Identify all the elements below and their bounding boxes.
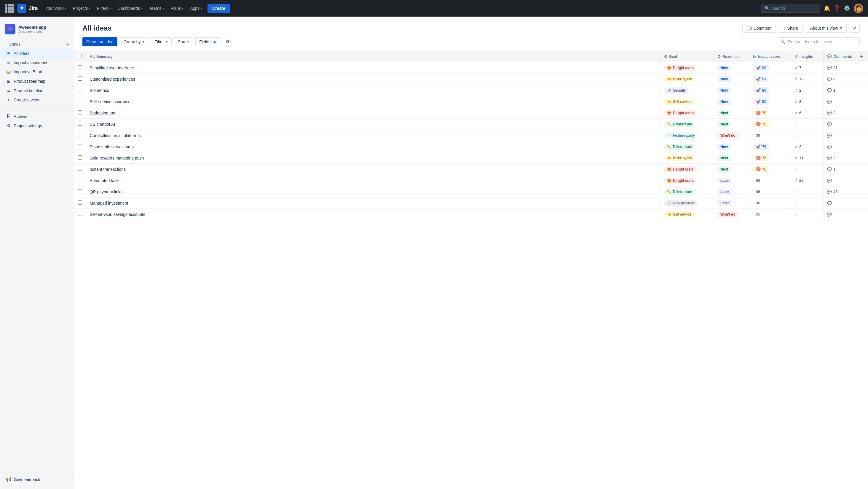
impact-score[interactable]: 🚀98 bbox=[753, 65, 769, 71]
goal-badge[interactable]: 🤝Build loyalty bbox=[664, 155, 695, 161]
summary-text[interactable]: Self service: savings accounts bbox=[90, 212, 146, 217]
impact-score[interactable]: 🚀97 bbox=[753, 76, 769, 82]
row-checkbox[interactable] bbox=[78, 155, 82, 159]
summary-text[interactable]: Instant transactions bbox=[90, 167, 126, 172]
nav-teams[interactable]: Teams ▾ bbox=[146, 4, 167, 12]
goal-badge[interactable]: 🛡️Security bbox=[664, 88, 689, 93]
roadmap-badge[interactable]: Now bbox=[717, 144, 731, 150]
filter-button[interactable]: Filter + bbox=[151, 37, 172, 46]
sidebar-item-project-settings[interactable]: ⚙ Project settings bbox=[1, 121, 73, 130]
sidebar-item-product-timeline[interactable]: ≡ Product timeline bbox=[1, 86, 73, 95]
impact-score[interactable]: 36 bbox=[753, 200, 763, 206]
comments-column-header[interactable]: 💬 Comments bbox=[824, 51, 856, 62]
roadmap-column-header[interactable]: ⊙ Roadmap bbox=[714, 51, 749, 62]
roadmap-badge[interactable]: Now bbox=[717, 76, 731, 82]
goal-badge[interactable]: 😍Delight users bbox=[664, 178, 696, 184]
impact-score[interactable]: 36 bbox=[753, 132, 763, 139]
impact-score[interactable]: 🎯78 bbox=[753, 110, 769, 116]
goal-badge[interactable]: 🤜Self service bbox=[664, 211, 694, 217]
row-checkbox[interactable] bbox=[78, 212, 82, 216]
impact-column-header[interactable]: fx Impact score bbox=[749, 51, 791, 62]
row-checkbox[interactable] bbox=[78, 122, 82, 126]
create-idea-button[interactable]: Create an idea bbox=[83, 37, 117, 46]
summary-text[interactable]: QR payment links bbox=[90, 189, 122, 194]
fields-button[interactable]: Fields 6 bbox=[195, 37, 221, 46]
sidebar-item-product-roadmap[interactable]: ⊞ Product roadmap bbox=[1, 77, 73, 86]
user-avatar[interactable]: 👩 bbox=[854, 4, 863, 13]
sidebar-item-create-view[interactable]: + Create a view bbox=[1, 95, 73, 104]
impact-score[interactable]: 46 bbox=[753, 189, 763, 195]
nav-dashboards[interactable]: Dashboards ▾ bbox=[115, 4, 146, 12]
row-checkbox[interactable] bbox=[78, 167, 82, 171]
expand-button[interactable]: ⤢ bbox=[849, 24, 860, 33]
help-icon[interactable]: ❓ bbox=[834, 5, 840, 11]
row-checkbox[interactable] bbox=[78, 178, 82, 182]
impact-score[interactable]: 56 bbox=[753, 177, 763, 184]
goal-badge[interactable]: 🏳️Feature parity bbox=[664, 132, 698, 139]
roadmap-badge[interactable]: Next bbox=[717, 155, 731, 161]
notifications-icon[interactable]: 🔔 bbox=[824, 5, 830, 11]
impact-score[interactable]: 🚀80 bbox=[753, 98, 769, 105]
settings-icon[interactable]: ⚙️ bbox=[844, 5, 850, 11]
goal-badge[interactable]: 😍Delight users bbox=[664, 110, 696, 116]
nav-your-work[interactable]: Your work ▾ bbox=[42, 4, 69, 12]
goal-column-header[interactable]: ⊙ Goal bbox=[660, 51, 714, 62]
summary-text[interactable]: Simplified user interface bbox=[90, 65, 134, 70]
summary-text[interactable]: Managed investment bbox=[90, 201, 128, 206]
refresh-button[interactable]: ⟳ bbox=[224, 37, 232, 47]
roadmap-badge[interactable]: Later bbox=[717, 178, 732, 184]
summary-text[interactable]: Customised experiences bbox=[90, 77, 135, 82]
goal-badge[interactable]: ⚪New products bbox=[664, 200, 698, 206]
select-all-checkbox[interactable] bbox=[78, 54, 82, 58]
toolbar-search-input[interactable]: 🔍 bbox=[777, 37, 860, 46]
roadmap-badge[interactable]: Next bbox=[717, 110, 731, 116]
jira-logo[interactable]: Jira bbox=[18, 4, 38, 13]
summary-text[interactable]: Gold rewards marketing push bbox=[90, 156, 144, 160]
sidebar-item-all-ideas[interactable]: ≡ All ideas bbox=[1, 49, 73, 58]
summary-text[interactable]: Automated tasks bbox=[90, 178, 121, 183]
goal-badge[interactable]: ✏️Differentiate bbox=[664, 144, 695, 150]
row-checkbox[interactable] bbox=[78, 189, 82, 193]
roadmap-badge[interactable]: Now bbox=[717, 99, 731, 105]
summary-text[interactable]: Self-service insurance bbox=[90, 99, 131, 104]
nav-apps[interactable]: Apps ▾ bbox=[187, 4, 205, 12]
group-by-button[interactable]: Group by + bbox=[120, 37, 149, 46]
about-view-button[interactable]: About this view ≡ bbox=[806, 24, 847, 33]
row-checkbox[interactable] bbox=[78, 110, 82, 115]
add-view-icon[interactable]: + bbox=[66, 42, 69, 47]
roadmap-badge[interactable]: Won't do bbox=[717, 132, 739, 139]
apps-grid-icon[interactable] bbox=[5, 4, 14, 13]
impact-score[interactable]: 55 bbox=[753, 211, 763, 217]
summary-text[interactable]: Contactless on all platforms bbox=[90, 133, 141, 138]
summary-text[interactable]: Biometrics bbox=[90, 88, 109, 93]
summary-text[interactable]: CS chatbot AI bbox=[90, 122, 115, 127]
sidebar-item-impact-assessment[interactable]: ≡ Impact assesment bbox=[1, 58, 73, 67]
search-box[interactable]: 🔍 bbox=[761, 4, 820, 13]
impact-score[interactable]: 🎯75 bbox=[753, 155, 769, 161]
sidebar-item-impact-vs-effort[interactable]: 📊 Impact vs Effort bbox=[1, 67, 73, 77]
add-column-icon[interactable]: + bbox=[860, 53, 863, 59]
roadmap-badge[interactable]: Won't do bbox=[717, 211, 739, 217]
row-checkbox[interactable] bbox=[78, 99, 82, 103]
summary-text[interactable]: Budgeting tool bbox=[90, 111, 117, 115]
row-checkbox[interactable] bbox=[78, 65, 82, 69]
impact-score[interactable]: 🚀80 bbox=[753, 87, 769, 93]
roadmap-badge[interactable]: Later bbox=[717, 200, 732, 206]
roadmap-badge[interactable]: Next bbox=[717, 121, 731, 127]
goal-badge[interactable]: 😍Delight users bbox=[664, 166, 696, 172]
nav-filters[interactable]: Filters ▾ bbox=[94, 4, 114, 12]
roadmap-badge[interactable]: Later bbox=[717, 189, 732, 195]
impact-score[interactable]: 🎯70 bbox=[753, 121, 769, 127]
goal-badge[interactable]: ✏️Differentiate bbox=[664, 189, 695, 195]
row-checkbox[interactable] bbox=[78, 77, 82, 81]
idea-search-input[interactable] bbox=[788, 39, 856, 44]
goal-badge[interactable]: 🤝Build loyalty bbox=[664, 76, 695, 82]
comment-button[interactable]: 💬 Comment bbox=[742, 24, 776, 33]
roadmap-badge[interactable]: Now bbox=[717, 65, 731, 71]
goal-badge[interactable]: ✏️Differentiate bbox=[664, 121, 695, 127]
summary-text[interactable]: Disposable virtual cards bbox=[90, 145, 134, 149]
nav-plans[interactable]: Plans ▾ bbox=[167, 4, 186, 12]
sidebar-item-give-feedback[interactable]: 📢 Give feedback bbox=[1, 475, 73, 484]
sidebar-item-archive[interactable]: 🗄 Archive bbox=[1, 112, 73, 121]
impact-score[interactable]: 🚀79 bbox=[753, 144, 769, 150]
